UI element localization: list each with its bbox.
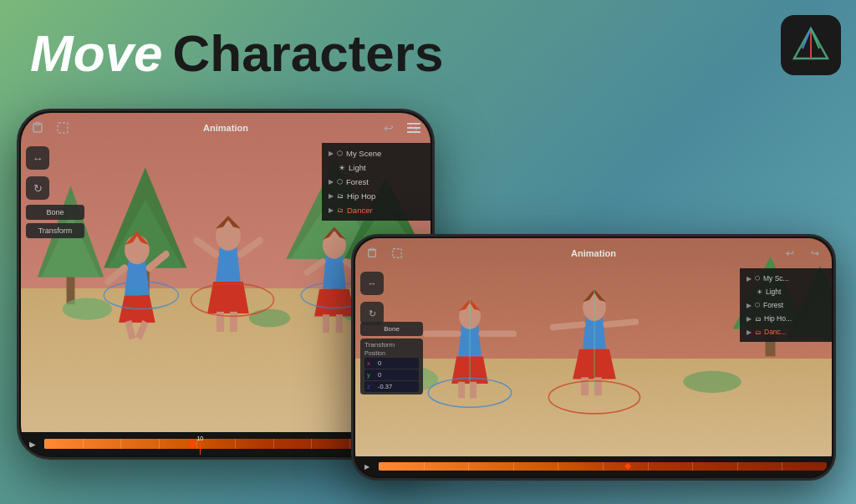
svg-rect-69 bbox=[594, 377, 602, 395]
svg-line-3 bbox=[811, 28, 819, 48]
transform-button-p1[interactable]: Transform bbox=[26, 223, 84, 238]
x-value-p2[interactable]: 0 bbox=[378, 359, 381, 367]
expand-icon-4: ▶ bbox=[329, 206, 334, 214]
scene-item-light-p2[interactable]: ☀ Light bbox=[740, 285, 832, 298]
z-field-p2: z -0.37 bbox=[367, 382, 416, 391]
phone-2-scene: Animation ↩ ↪ ↔ ↻ Bone Transform Positio… bbox=[355, 238, 832, 456]
phone-2: Animation ↩ ↪ ↔ ↻ Bone Transform Positio… bbox=[351, 234, 836, 481]
svg-marker-30 bbox=[207, 282, 249, 313]
phone-2-left-panel: Bone Transform Position x 0 y 0 bbox=[360, 322, 423, 395]
x-label-p2: x bbox=[367, 359, 375, 367]
svg-rect-39 bbox=[323, 314, 329, 333]
y-field-p2: y 0 bbox=[367, 370, 416, 379]
svg-line-71 bbox=[606, 322, 636, 324]
timeline-track-p2[interactable] bbox=[379, 462, 827, 471]
scene-item-dancer-p2[interactable]: ▶ 🗂 Danc... bbox=[740, 325, 832, 339]
svg-rect-32 bbox=[230, 312, 237, 332]
svg-marker-19 bbox=[125, 259, 150, 296]
phone-2-topbar: Animation ↩ ↪ bbox=[355, 238, 832, 268]
phone-2-scene-tree: ▶ ⬡ My Sc... ☀ Light ▶ ⬡ Forest ▶ 🗂 bbox=[740, 268, 832, 342]
y-value-p2[interactable]: 0 bbox=[378, 371, 381, 379]
scene-icon-2: ⬡ bbox=[337, 178, 343, 186]
app-logo[interactable] bbox=[781, 15, 841, 75]
phone-2-timeline: ▶ bbox=[355, 456, 832, 476]
svg-rect-23 bbox=[125, 320, 136, 339]
scene-icon-4: 🗂 bbox=[337, 206, 344, 214]
scene-item-forest-p1[interactable]: ▶ ⬡ Forest bbox=[322, 175, 431, 189]
scene-item-myscene-p1[interactable]: ▶ ⬡ My Scene bbox=[322, 146, 431, 160]
transform-section-p2: Transform Position x 0 y 0 bbox=[360, 339, 423, 395]
redo-icon-p2[interactable]: ↪ bbox=[805, 243, 825, 263]
expand-icon-2: ▶ bbox=[329, 178, 334, 186]
svg-rect-40 bbox=[336, 314, 343, 333]
bone-button-p2[interactable]: Bone bbox=[360, 322, 423, 336]
svg-point-36 bbox=[323, 232, 346, 259]
select-icon-p1[interactable] bbox=[53, 118, 73, 138]
bone-button-p1[interactable]: Bone bbox=[26, 205, 84, 220]
scene-item-light-p1[interactable]: ☀ Light bbox=[322, 160, 431, 175]
phone-1-title: Animation bbox=[203, 123, 248, 133]
scene-item-dancer-p1[interactable]: ▶ 🗂 Dancer bbox=[322, 203, 431, 217]
phone-2-title: Animation bbox=[571, 248, 616, 258]
svg-point-20 bbox=[125, 235, 150, 264]
svg-marker-35 bbox=[323, 254, 346, 288]
svg-rect-48 bbox=[58, 123, 68, 133]
svg-rect-78 bbox=[393, 249, 402, 258]
transform-title-p2: Transform bbox=[364, 341, 419, 349]
svg-line-33 bbox=[196, 241, 216, 254]
svg-rect-68 bbox=[581, 377, 588, 395]
phone-1-left-toolbar: ↔ ↻ bbox=[26, 146, 49, 200]
scene-icon-3: 🗂 bbox=[337, 192, 344, 200]
move-icon-p2[interactable]: ↔ bbox=[360, 272, 384, 295]
expand-icon: ▶ bbox=[329, 150, 334, 157]
phone-1-left-panel: Bone Transform bbox=[26, 205, 84, 238]
frame-number-p1: 10 bbox=[196, 435, 203, 441]
scene-item-myscene-p2[interactable]: ▶ ⬡ My Sc... bbox=[740, 272, 832, 285]
menu-icon-p1[interactable] bbox=[404, 120, 424, 136]
svg-line-2 bbox=[802, 28, 811, 48]
svg-marker-27 bbox=[216, 245, 241, 282]
position-label-p2: Position bbox=[364, 350, 419, 356]
cube-icon-p1[interactable] bbox=[28, 118, 48, 138]
title-characters: Characters bbox=[172, 24, 443, 82]
undo-icon-p2[interactable]: ↩ bbox=[780, 243, 800, 263]
svg-line-25 bbox=[108, 268, 125, 282]
svg-point-55 bbox=[683, 371, 741, 393]
play-button-p1[interactable]: ▶ bbox=[26, 437, 39, 451]
scene-item-hiphop-p2[interactable]: ▶ 🗂 Hip Ho... bbox=[740, 312, 832, 325]
scene-icon: ⬡ bbox=[337, 150, 343, 157]
scene-item-forest-p2[interactable]: ▶ ⬡ Forest bbox=[740, 298, 832, 312]
z-label-p2: z bbox=[367, 383, 375, 390]
svg-point-16 bbox=[63, 298, 113, 320]
light-icon: ☀ bbox=[339, 164, 345, 172]
svg-rect-24 bbox=[135, 320, 149, 339]
phone-1-scene-tree: ▶ ⬡ My Scene ☀ Light ▶ ⬡ Forest ▶ 🗂 bbox=[322, 143, 431, 221]
scene-item-hiphop-p1[interactable]: ▶ 🗂 Hip Hop bbox=[322, 189, 431, 203]
logo-icon bbox=[791, 25, 831, 65]
play-button-p2[interactable]: ▶ bbox=[360, 460, 374, 473]
move-icon-p1[interactable]: ↔ bbox=[26, 146, 49, 170]
expand-icon-3: ▶ bbox=[329, 192, 334, 200]
phone-1-topbar: Animation ↩ ↪ bbox=[21, 113, 431, 143]
title-move: Move bbox=[30, 24, 162, 82]
undo-icon-p1[interactable]: ↩ bbox=[379, 118, 399, 138]
rotate-icon-p1[interactable]: ↻ bbox=[26, 176, 49, 200]
y-label-p2: y bbox=[367, 371, 375, 379]
svg-rect-61 bbox=[470, 382, 476, 399]
cube-icon-p2[interactable] bbox=[362, 243, 382, 263]
svg-line-34 bbox=[241, 241, 260, 254]
phone-2-screen: Animation ↩ ↪ ↔ ↻ Bone Transform Positio… bbox=[355, 238, 832, 476]
svg-rect-60 bbox=[458, 382, 465, 399]
title-area: MoveCharacters bbox=[30, 23, 443, 83]
svg-line-70 bbox=[553, 324, 583, 327]
x-field-p2: x 0 bbox=[367, 359, 416, 368]
svg-line-41 bbox=[307, 262, 323, 272]
z-value-p2[interactable]: -0.37 bbox=[378, 383, 392, 390]
svg-point-17 bbox=[249, 309, 291, 328]
phone-2-left-toolbar: ↔ ↻ bbox=[360, 272, 384, 325]
svg-marker-38 bbox=[314, 289, 354, 317]
select-icon-p2[interactable] bbox=[387, 243, 407, 263]
